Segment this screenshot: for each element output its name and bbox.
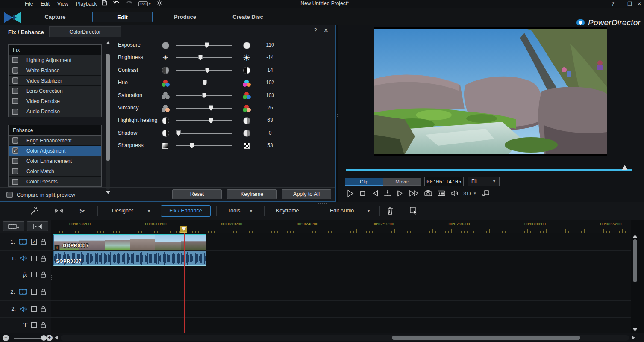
exposure-slider-thumb[interactable] bbox=[205, 42, 209, 48]
scroll-up-icon[interactable] bbox=[106, 41, 110, 44]
menu-view[interactable]: View bbox=[57, 1, 68, 7]
magic-style-wand-icon[interactable] bbox=[30, 206, 39, 217]
highlight-healing-slider[interactable] bbox=[176, 120, 232, 121]
panel-close-icon[interactable]: ✕ bbox=[323, 27, 329, 34]
designer-menu[interactable]: Designer bbox=[112, 208, 133, 214]
scroll-left-icon[interactable] bbox=[55, 336, 58, 340]
fix-item-video-denoise[interactable]: Video Denoise bbox=[9, 96, 101, 106]
fix-checkbox-lens-correction[interactable] bbox=[12, 88, 18, 94]
scroll-right-icon[interactable] bbox=[632, 336, 635, 340]
zoom-out-button[interactable]: − bbox=[3, 335, 9, 341]
edit-audio-menu[interactable]: Edit Audio bbox=[330, 208, 354, 214]
tab-create-disc[interactable]: Create Disc bbox=[221, 12, 275, 22]
enhance-checkbox-color-presets[interactable] bbox=[12, 179, 18, 185]
keyframe-tool[interactable]: Keyframe bbox=[276, 208, 299, 214]
shadow-slider[interactable] bbox=[176, 133, 232, 134]
tab-edit[interactable]: Edit bbox=[92, 12, 153, 22]
shadow-slider-thumb[interactable] bbox=[176, 130, 181, 136]
menu-edit[interactable]: Edit bbox=[41, 1, 50, 7]
timeline-vertical-scrollbar[interactable] bbox=[632, 233, 638, 333]
contrast-slider[interactable] bbox=[176, 70, 232, 71]
minimize-button[interactable]: – bbox=[619, 1, 622, 7]
track-lock-icon[interactable] bbox=[41, 322, 46, 328]
track-header-6-title[interactable]: T bbox=[0, 318, 51, 333]
split-clip-icon[interactable] bbox=[54, 206, 64, 217]
close-button[interactable]: ✕ bbox=[637, 1, 641, 7]
media-viewer-button[interactable] bbox=[437, 189, 446, 198]
hue-slider-thumb[interactable] bbox=[203, 80, 207, 86]
fix-checkbox-white-balance[interactable] bbox=[12, 67, 18, 74]
brightness-slider[interactable] bbox=[176, 57, 232, 58]
timeline-track-row-4[interactable] bbox=[51, 283, 631, 301]
track-header-1-video[interactable]: 1.✓ bbox=[0, 233, 51, 251]
fix-checkbox-audio-denoise[interactable] bbox=[12, 109, 18, 115]
restore-button[interactable]: ❐ bbox=[627, 1, 632, 7]
scroll-down-icon[interactable] bbox=[106, 191, 110, 194]
track-header-3-fx[interactable]: fx bbox=[0, 266, 51, 283]
timeline-zoom-slider[interactable] bbox=[14, 338, 48, 339]
menu-playback[interactable]: Playback bbox=[76, 1, 97, 7]
hue-slider[interactable] bbox=[176, 83, 232, 83]
save-icon[interactable] bbox=[102, 0, 107, 8]
playhead-marker[interactable] bbox=[180, 226, 187, 233]
exposure-slider[interactable] bbox=[176, 45, 232, 46]
apply-to-all-button[interactable]: Apply to All bbox=[282, 189, 331, 199]
saturation-slider[interactable] bbox=[176, 95, 232, 96]
timecode-display[interactable]: 00:06:14:06 bbox=[424, 177, 464, 186]
timeline-horizontal-scrollbar[interactable] bbox=[61, 335, 629, 341]
fix-item-lens-correction[interactable]: Lens Correction bbox=[9, 86, 101, 96]
undock-preview-button[interactable] bbox=[482, 189, 490, 198]
brightness-slider-thumb[interactable] bbox=[198, 55, 203, 60]
seek-to-position-button[interactable] bbox=[384, 189, 391, 198]
fix-item-white-balance[interactable]: White Balance bbox=[9, 65, 101, 76]
settings-gear-icon[interactable] bbox=[156, 0, 162, 8]
reset-button[interactable]: Reset bbox=[172, 189, 222, 199]
timeline-ruler[interactable]: 00:05:36:0000:06:00:0000:06:24:0000:06:4… bbox=[51, 220, 631, 233]
timeline-track-row-3[interactable] bbox=[51, 266, 631, 283]
previous-frame-button[interactable] bbox=[371, 189, 379, 198]
fix-item-video-stabilizer[interactable]: Video Stabilizer bbox=[9, 76, 101, 86]
zoom-fit-dropdown[interactable]: Fit▼ bbox=[468, 177, 500, 186]
seekbar-thumb[interactable] bbox=[622, 165, 628, 170]
track-lock-icon[interactable] bbox=[41, 239, 46, 245]
saturation-slider-thumb[interactable] bbox=[202, 93, 206, 98]
keyframe-button[interactable]: Keyframe bbox=[227, 189, 277, 199]
track-manager-button[interactable] bbox=[3, 221, 24, 231]
tab-colordirector[interactable]: ColorDirector bbox=[49, 26, 121, 37]
preview-seekbar[interactable] bbox=[346, 169, 632, 171]
range-select-icon[interactable] bbox=[409, 206, 418, 217]
track-enable-checkbox[interactable] bbox=[31, 256, 37, 261]
play-button[interactable] bbox=[346, 189, 354, 198]
vibrancy-slider[interactable] bbox=[176, 108, 232, 109]
timeline-track-row-5[interactable] bbox=[51, 301, 631, 318]
track-enable-checkbox[interactable] bbox=[31, 272, 37, 277]
fix-checkbox-lighting-adjustment[interactable] bbox=[12, 57, 18, 63]
tab-produce[interactable]: Produce bbox=[160, 12, 210, 22]
track-enable-checkbox[interactable]: ✓ bbox=[31, 239, 37, 245]
hscroll-thumb[interactable] bbox=[392, 336, 580, 340]
track-enable-checkbox[interactable] bbox=[31, 306, 37, 312]
track-enable-checkbox[interactable] bbox=[31, 322, 37, 328]
tab-clip-mode[interactable]: Clip bbox=[345, 178, 383, 186]
track-lock-icon[interactable] bbox=[41, 255, 46, 262]
3d-mode-button[interactable]: 3D ▼ bbox=[463, 189, 477, 198]
enhance-checkbox-color-adjustment[interactable]: ✓ bbox=[12, 147, 18, 154]
fix-item-audio-denoise[interactable]: Audio Denoise bbox=[9, 106, 101, 117]
help-button[interactable]: ? bbox=[612, 1, 615, 7]
fast-forward-button[interactable] bbox=[409, 189, 419, 198]
tab-movie-mode[interactable]: Movie bbox=[383, 178, 421, 186]
enhance-checkbox-color-match[interactable] bbox=[12, 168, 18, 174]
tab-capture[interactable]: Capture bbox=[30, 12, 80, 22]
scroll-up-icon[interactable] bbox=[633, 234, 637, 238]
volume-button[interactable] bbox=[450, 189, 459, 198]
highlight-healing-slider-thumb[interactable] bbox=[209, 118, 213, 123]
fix-checkbox-video-denoise[interactable] bbox=[12, 98, 18, 104]
enhance-checkbox-color-enhancement[interactable] bbox=[12, 158, 18, 164]
enhance-item-edge-enhancement[interactable]: Edge Enhancement bbox=[9, 136, 101, 146]
fix-checkbox-video-stabilizer[interactable] bbox=[12, 77, 18, 84]
track-lock-icon[interactable] bbox=[41, 289, 46, 295]
track-lock-icon[interactable] bbox=[41, 271, 46, 278]
snapshot-button[interactable] bbox=[424, 189, 432, 198]
zoom-in-button[interactable]: + bbox=[46, 335, 53, 341]
clip-info-icon[interactable]: i bbox=[54, 245, 60, 250]
